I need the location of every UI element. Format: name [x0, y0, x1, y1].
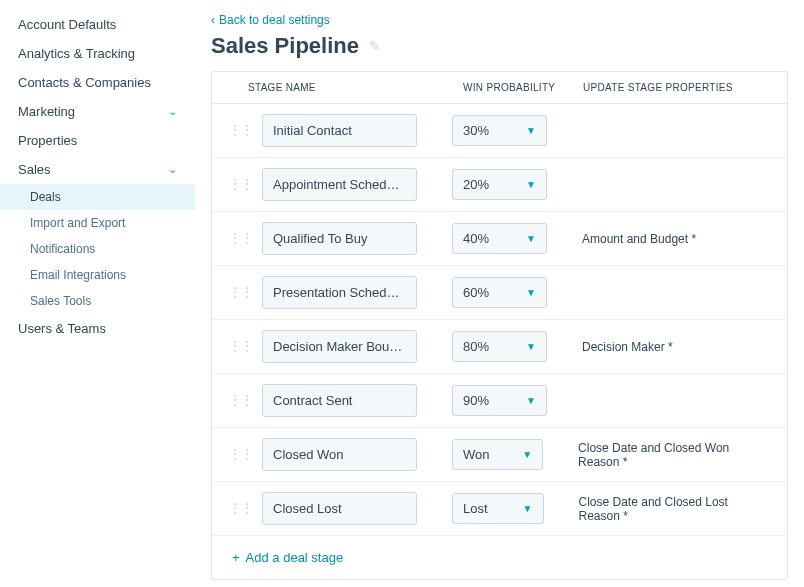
sidebar-item-label: Account Defaults [18, 17, 116, 32]
caret-down-icon: ▼ [523, 503, 533, 514]
back-to-settings-link[interactable]: ‹ Back to deal settings [211, 13, 330, 27]
win-probability-select[interactable]: 20%▼ [452, 169, 547, 200]
col-header-probability: WIN PROBABILITY [463, 82, 583, 93]
probability-value: 90% [463, 393, 489, 408]
col-header-stage: STAGE NAME [248, 82, 463, 93]
plus-icon: + [232, 550, 240, 565]
sidebar-item-sales-tools[interactable]: Sales Tools [0, 288, 195, 314]
win-probability-select[interactable]: 80%▼ [452, 331, 547, 362]
pencil-icon[interactable]: ✎ [369, 38, 381, 54]
sidebar-item-deals[interactable]: Deals [0, 184, 195, 210]
sidebar-item-email-integrations[interactable]: Email Integrations [0, 262, 195, 288]
sidebar-item-sales[interactable]: Sales ⌄ [0, 155, 195, 184]
stage-name-input[interactable] [262, 330, 417, 363]
add-stage-label: Add a deal stage [246, 550, 344, 565]
sidebar-item-contacts-companies[interactable]: Contacts & Companies [0, 68, 195, 97]
sidebar-item-import-export[interactable]: Import and Export [0, 210, 195, 236]
probability-value: Won [463, 447, 490, 462]
caret-down-icon: ▼ [526, 233, 536, 244]
caret-down-icon: ▼ [526, 287, 536, 298]
sidebar-item-label: Email Integrations [30, 268, 126, 282]
stages-table: STAGE NAME WIN PROBABILITY UPDATE STAGE … [211, 71, 788, 580]
caret-down-icon: ▼ [526, 395, 536, 406]
probability-value: 20% [463, 177, 489, 192]
stage-properties-text: Decision Maker * [582, 340, 673, 354]
col-header-properties: UPDATE STAGE PROPERTIES [583, 82, 771, 93]
drag-handle-icon[interactable]: ⋮⋮ [228, 398, 252, 403]
drag-handle-icon[interactable]: ⋮⋮ [228, 236, 252, 241]
sidebar-item-label: Deals [30, 190, 61, 204]
probability-value: 40% [463, 231, 489, 246]
stage-row: ⋮⋮90%▼ [212, 374, 787, 428]
sidebar-item-label: Properties [18, 133, 77, 148]
sidebar-item-label: Sales Tools [30, 294, 91, 308]
sidebar-item-label: Sales [18, 162, 51, 177]
win-probability-select[interactable]: 40%▼ [452, 223, 547, 254]
stage-name-input[interactable] [262, 222, 417, 255]
chevron-left-icon: ‹ [211, 13, 215, 27]
stage-row: ⋮⋮30%▼ [212, 104, 787, 158]
sidebar-item-account-defaults[interactable]: Account Defaults [0, 10, 195, 39]
stage-name-input[interactable] [262, 276, 417, 309]
sidebar-item-notifications[interactable]: Notifications [0, 236, 195, 262]
add-deal-stage-button[interactable]: + Add a deal stage [212, 535, 787, 579]
drag-handle-icon[interactable]: ⋮⋮ [228, 344, 252, 349]
sidebar-item-label: Users & Teams [18, 321, 106, 336]
page-title: Sales Pipeline [211, 33, 359, 59]
stage-row: ⋮⋮20%▼ [212, 158, 787, 212]
stage-properties-text: Close Date and Closed Won Reason * [578, 441, 771, 469]
win-probability-select[interactable]: 60%▼ [452, 277, 547, 308]
sidebar-item-users-teams[interactable]: Users & Teams [0, 314, 195, 343]
drag-handle-icon[interactable]: ⋮⋮ [228, 452, 252, 457]
stage-properties-text: Amount and Budget * [582, 232, 696, 246]
win-probability-select[interactable]: 30%▼ [452, 115, 547, 146]
chevron-down-icon: ⌄ [168, 163, 177, 176]
stage-name-input[interactable] [262, 114, 417, 147]
probability-value: 80% [463, 339, 489, 354]
sidebar-item-label: Analytics & Tracking [18, 46, 135, 61]
drag-handle-icon[interactable]: ⋮⋮ [228, 290, 252, 295]
stage-name-input[interactable] [262, 384, 417, 417]
drag-handle-icon[interactable]: ⋮⋮ [228, 128, 252, 133]
stage-name-input[interactable] [262, 438, 417, 471]
win-probability-select[interactable]: Lost▼ [452, 493, 544, 524]
probability-value: 30% [463, 123, 489, 138]
sidebar-item-properties[interactable]: Properties [0, 126, 195, 155]
drag-handle-icon[interactable]: ⋮⋮ [228, 182, 252, 187]
caret-down-icon: ▼ [526, 179, 536, 190]
stage-row: ⋮⋮60%▼ [212, 266, 787, 320]
sidebar-item-analytics-tracking[interactable]: Analytics & Tracking [0, 39, 195, 68]
drag-handle-icon[interactable]: ⋮⋮ [228, 506, 252, 511]
stage-name-input[interactable] [262, 168, 417, 201]
chevron-down-icon: ⌄ [168, 105, 177, 118]
back-label: Back to deal settings [219, 13, 330, 27]
main-content: ‹ Back to deal settings Sales Pipeline ✎… [195, 0, 804, 587]
sidebar-item-marketing[interactable]: Marketing ⌄ [0, 97, 195, 126]
caret-down-icon: ▼ [522, 449, 532, 460]
sidebar-item-label: Contacts & Companies [18, 75, 151, 90]
table-header: STAGE NAME WIN PROBABILITY UPDATE STAGE … [212, 72, 787, 104]
stage-row: ⋮⋮40%▼Amount and Budget * [212, 212, 787, 266]
sidebar-item-label: Notifications [30, 242, 95, 256]
caret-down-icon: ▼ [526, 341, 536, 352]
probability-value: Lost [463, 501, 488, 516]
stage-properties-text: Close Date and Closed Lost Reason * [579, 495, 771, 523]
probability-value: 60% [463, 285, 489, 300]
win-probability-select[interactable]: 90%▼ [452, 385, 547, 416]
sidebar: Account Defaults Analytics & Tracking Co… [0, 0, 195, 587]
caret-down-icon: ▼ [526, 125, 536, 136]
sidebar-item-label: Marketing [18, 104, 75, 119]
win-probability-select[interactable]: Won▼ [452, 439, 543, 470]
stage-row: ⋮⋮Lost▼Close Date and Closed Lost Reason… [212, 482, 787, 535]
stage-row: ⋮⋮Won▼Close Date and Closed Won Reason * [212, 428, 787, 482]
sidebar-item-label: Import and Export [30, 216, 125, 230]
stage-row: ⋮⋮80%▼Decision Maker * [212, 320, 787, 374]
stage-name-input[interactable] [262, 492, 417, 525]
